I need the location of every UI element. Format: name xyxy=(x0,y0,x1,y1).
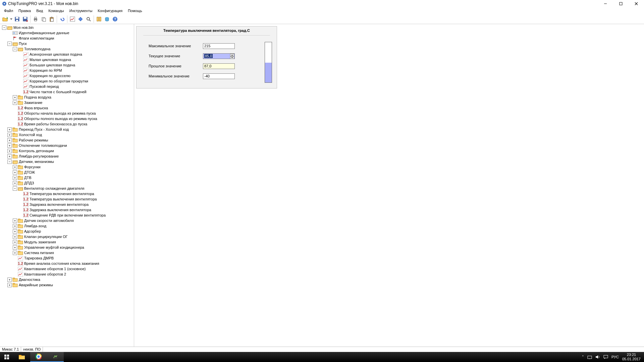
tree-item[interactable]: +ДТВ xyxy=(0,175,134,180)
tree-item[interactable]: +ДТОЖ xyxy=(0,170,134,175)
tree-expander[interactable]: + xyxy=(13,101,17,105)
menu-Команды[interactable]: Команды xyxy=(46,8,67,13)
tree-item[interactable]: Коррекция по RPM xyxy=(0,68,134,73)
tree-expander[interactable]: + xyxy=(7,278,12,282)
tree-label[interactable]: Лямбда-регулирование xyxy=(19,154,59,158)
tree-expander[interactable]: + xyxy=(7,138,12,142)
tree-item[interactable]: Асинхронная цикловая подача xyxy=(0,52,134,57)
tree-item[interactable]: 1.2Обороты начала выхода из режима пуска xyxy=(0,111,134,116)
tree-label[interactable]: Обороты начала выхода из режима пуска xyxy=(24,111,96,115)
tree-label[interactable]: Датчик скорости автомобиля xyxy=(24,219,74,223)
tree-item[interactable]: Пусковой период xyxy=(0,84,134,89)
tree-expander[interactable]: + xyxy=(7,154,12,159)
tree-label[interactable]: Задержка включения вентилятора xyxy=(30,202,89,206)
tray-language[interactable]: РУС xyxy=(611,355,619,359)
tree-item[interactable]: 1.2Задержка включения вентилятора xyxy=(0,202,134,207)
spinner[interactable]: ▲▼ xyxy=(230,54,234,59)
toolbar-open-dropdown[interactable] xyxy=(9,15,13,23)
tree-label[interactable]: Система питания xyxy=(24,251,54,255)
tree-label[interactable]: Малая цикловая подача xyxy=(30,58,71,62)
tree-item[interactable]: +Датчик скорости автомобиля xyxy=(0,218,134,223)
toolbar-diamond-icon[interactable] xyxy=(77,15,84,23)
tree-label[interactable]: Управление муфтой кондиционера xyxy=(24,245,84,249)
menu-Конфигурация[interactable]: Конфигурация xyxy=(95,8,125,13)
tree-expander[interactable]: + xyxy=(13,245,17,250)
toolbar-open-icon[interactable] xyxy=(1,15,9,23)
tree-expander[interactable]: + xyxy=(7,133,12,137)
tray-actioncenter-icon[interactable] xyxy=(603,355,608,359)
tree-item[interactable]: +Отключение топливоподачи xyxy=(0,143,134,148)
tree-label[interactable]: Пусковой период xyxy=(30,84,59,88)
tree-item[interactable]: +Диагностика xyxy=(0,277,134,282)
tree-item[interactable]: 1.2Температура выключения вентилятора xyxy=(0,196,134,202)
toolbar-db-icon[interactable] xyxy=(103,15,111,23)
tree-item[interactable]: Идентификационные данные xyxy=(0,30,134,36)
tree-item[interactable]: +Аварийные режимы xyxy=(0,282,134,288)
tree-item[interactable]: −Моя нов.bin xyxy=(0,25,134,30)
tree-item[interactable]: Квантование оборотов 1 (основное) xyxy=(0,266,134,272)
tree-label[interactable]: Вентилятор охлаждения двигателя xyxy=(24,186,85,190)
tree-label[interactable]: Флаги комплектации xyxy=(19,36,54,40)
tray-chevron-icon[interactable]: ˄ xyxy=(582,355,584,359)
tree-item[interactable]: +Адсорбер xyxy=(0,229,134,234)
tree-item[interactable]: Малая цикловая подача xyxy=(0,57,134,62)
tree-label[interactable]: Квантование оборотов 1 (основное) xyxy=(24,267,86,271)
tree-expander[interactable]: + xyxy=(13,251,17,255)
tree-label[interactable]: Время работы бензонасоса до пуска xyxy=(24,122,87,126)
tray-network-icon[interactable] xyxy=(587,355,592,359)
tree-item[interactable]: Коррекция по оборотам прокрутки xyxy=(0,78,134,84)
tree-label[interactable]: Холостой ход xyxy=(19,133,42,137)
start-button[interactable] xyxy=(0,352,13,362)
maximize-button[interactable] xyxy=(613,0,629,7)
taskbar-chrome[interactable] xyxy=(30,352,47,362)
tree-item[interactable]: Квантование оборотов 2 xyxy=(0,272,134,277)
toolbar-paste-icon[interactable] xyxy=(48,15,55,23)
tree-label[interactable]: Обороты полного выхода из режима пуска xyxy=(24,117,97,121)
tree-label[interactable]: Диагностика xyxy=(19,278,40,282)
tree-label[interactable]: Большая цикловая подача xyxy=(30,63,75,67)
tree-expander[interactable]: + xyxy=(13,229,17,234)
tree-item[interactable]: 1.2Фаза впрыска xyxy=(0,105,134,111)
tree-label[interactable]: Коррекция по RPM xyxy=(30,68,62,72)
tree-item[interactable]: −Вентилятор охлаждения двигателя xyxy=(0,186,134,191)
tree-item[interactable]: +Переход Пуск - Холостой ход xyxy=(0,127,134,132)
tree-label[interactable]: Смещение РДВ при включении вентилятора xyxy=(30,213,106,217)
tree-expander[interactable]: + xyxy=(13,165,17,169)
minimize-button[interactable] xyxy=(598,0,613,7)
tree-item[interactable]: +Модуль зажигания xyxy=(0,239,134,245)
tree-item[interactable]: −Пуск xyxy=(0,41,134,46)
tree-label[interactable]: Рабочие режимы xyxy=(19,138,48,142)
tree-item[interactable]: +Клапан рециркуляции ОГ xyxy=(0,234,134,239)
tree-label[interactable]: Модуль зажигания xyxy=(24,240,56,244)
tree-expander[interactable]: + xyxy=(7,283,12,287)
navigation-tree[interactable]: −Моя нов.binИдентификационные данныеФлаг… xyxy=(0,24,134,347)
toolbar-help-icon[interactable]: ? xyxy=(111,15,119,23)
tree-label[interactable]: Температура выключения вентилятора xyxy=(30,197,97,201)
tree-label[interactable]: Адсорбер xyxy=(24,229,41,233)
toolbar-save-icon[interactable] xyxy=(13,15,21,23)
toolbar-compare-icon[interactable] xyxy=(95,15,103,23)
tree-expander[interactable]: + xyxy=(13,170,17,175)
tree-item[interactable]: +Лямбда-зонд xyxy=(0,223,134,229)
menu-Вид[interactable]: Вид xyxy=(34,8,46,13)
tree-item[interactable]: +Зажигание xyxy=(0,100,134,105)
tree-expander[interactable]: + xyxy=(7,127,12,132)
tree-item[interactable]: 1.2Задержка выключения вентилятора xyxy=(0,207,134,213)
menu-Правка[interactable]: Правка xyxy=(16,8,34,13)
tree-label[interactable]: Отключение топливоподачи xyxy=(19,143,67,147)
tree-item[interactable]: +Контроль детонации xyxy=(0,148,134,154)
tray-clock[interactable]: 23:21 05.01.2017 xyxy=(622,353,643,361)
tree-item[interactable]: +Лямбда-регулирование xyxy=(0,154,134,159)
toolbar-copy-icon[interactable] xyxy=(40,15,47,23)
tree-item[interactable]: Флаги комплектации xyxy=(0,36,134,41)
tree-item[interactable]: 1.2Время работы бензонасоса до пуска xyxy=(0,121,134,127)
tree-expander[interactable]: − xyxy=(2,25,6,30)
tree-label[interactable]: ДТВ xyxy=(24,176,32,180)
toolbar-saveas-icon[interactable] xyxy=(21,15,29,23)
tree-item[interactable]: +ДПДЗ xyxy=(0,180,134,186)
tree-item[interactable]: Тарировка ДМРВ xyxy=(0,255,134,261)
tree-label[interactable]: Идентификационные данные xyxy=(19,31,69,35)
tree-item[interactable]: +Подача воздуха xyxy=(0,95,134,100)
tree-label[interactable]: Тарировка ДМРВ xyxy=(24,256,54,260)
tree-label[interactable]: Число тактов с большей подачей xyxy=(30,90,87,94)
